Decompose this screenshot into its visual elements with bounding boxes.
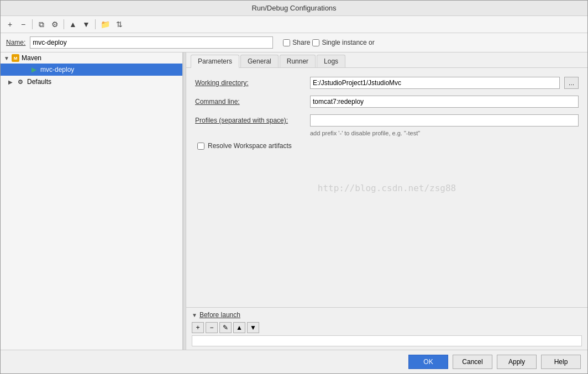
separator-2 (64, 19, 64, 29)
sort-button[interactable]: ⇅ (113, 18, 125, 30)
bl-down-icon: ▼ (250, 324, 256, 331)
single-instance-label: Single instance or (322, 39, 374, 46)
command-line-label: Command line: (195, 98, 306, 106)
sidebar-item-mvc-deploy[interactable]: ▶ mvc-deploy (1, 64, 182, 76)
copy-button[interactable]: ⧉ (35, 18, 48, 30)
bl-remove-icon: − (209, 324, 213, 331)
share-label: Share (292, 39, 310, 46)
config-icon: ⚙ (51, 20, 59, 29)
maven-icon: M (12, 54, 19, 62)
move-down-button[interactable]: ▼ (80, 18, 92, 30)
share-area: Share Single instance or (283, 39, 374, 46)
tab-logs[interactable]: Logs (317, 55, 345, 67)
name-row: Name: Share Single instance or (1, 33, 587, 52)
tab-content-parameters: Working directory: … Command line: (186, 68, 587, 307)
down-icon: ▼ (82, 20, 90, 29)
profiles-hint: add prefix '-' to disable profile, e.g. … (310, 130, 579, 136)
mvc-deploy-label: mvc-deploy (40, 66, 74, 73)
name-input[interactable] (30, 36, 273, 49)
before-launch-toolbar: + − ✎ ▲ ▼ (192, 322, 582, 333)
help-button[interactable]: Help (541, 355, 581, 369)
maven-label: Maven (22, 54, 41, 62)
run-icon: ▶ (29, 65, 38, 74)
resolve-row: Resolve Workspace artifacts (195, 142, 579, 150)
bl-down-button[interactable]: ▼ (247, 322, 259, 333)
window-title: Run/Debug Configurations (251, 4, 336, 12)
name-label: Name: (6, 39, 25, 46)
defaults-icon: ⚙ (16, 77, 25, 86)
separator-1 (32, 19, 33, 29)
bottom-bar: OK Cancel Apply Help (1, 350, 587, 373)
bl-up-button[interactable]: ▲ (233, 322, 245, 333)
content-area: ▼ M Maven ▶ mvc-deploy ▶ ⚙ Defaults Para (1, 52, 587, 350)
add-button[interactable]: + (4, 18, 16, 30)
before-launch-list (192, 335, 582, 346)
before-launch-label: Before launch (200, 311, 240, 319)
folder-button[interactable]: 📁 (98, 18, 112, 30)
title-bar: Run/Debug Configurations (1, 1, 587, 16)
defaults-label: Defaults (27, 78, 51, 86)
resolve-checkbox[interactable] (197, 143, 204, 150)
folder-icon: 📁 (101, 20, 110, 29)
bl-edit-button[interactable]: ✎ (219, 322, 232, 333)
remove-icon: − (21, 20, 25, 29)
sidebar: ▼ M Maven ▶ mvc-deploy ▶ ⚙ Defaults (1, 52, 183, 350)
command-line-row: Command line: (195, 96, 579, 108)
working-directory-input[interactable] (310, 77, 560, 89)
share-checkbox[interactable] (283, 39, 290, 46)
add-icon: + (8, 20, 12, 29)
bl-remove-button[interactable]: − (206, 322, 218, 333)
profiles-label: Profiles (separated with space): (195, 117, 306, 124)
expand-arrow-defaults: ▶ (8, 79, 16, 85)
tab-runner[interactable]: Runner (280, 55, 316, 67)
working-directory-row: Working directory: … (195, 77, 579, 89)
main-panel: Parameters General Runner Logs Working d… (186, 52, 587, 350)
tab-parameters[interactable]: Parameters (191, 55, 239, 68)
sort-icon: ⇅ (116, 20, 123, 29)
config-button[interactable]: ⚙ (49, 18, 61, 30)
bl-edit-icon: ✎ (223, 324, 228, 331)
before-launch-arrow: ▼ (192, 312, 197, 318)
before-launch-section: ▼ Before launch + − ✎ ▲ (186, 307, 587, 350)
bl-add-button[interactable]: + (192, 322, 204, 333)
tab-general[interactable]: General (240, 55, 279, 67)
before-launch-header: ▼ Before launch (192, 311, 582, 319)
separator-3 (95, 19, 96, 29)
tabs-bar: Parameters General Runner Logs (186, 52, 587, 68)
watermark: http://blog.csdn.net/zsg88 (195, 183, 579, 193)
browse-icon: … (569, 80, 575, 86)
apply-button[interactable]: Apply (497, 355, 537, 369)
cancel-button[interactable]: Cancel (453, 355, 492, 369)
bl-add-icon: + (196, 324, 200, 331)
toolbar: + − ⧉ ⚙ ▲ ▼ 📁 ⇅ (1, 16, 587, 33)
sidebar-item-defaults[interactable]: ▶ ⚙ Defaults (1, 76, 182, 88)
copy-icon: ⧉ (39, 20, 44, 29)
up-icon: ▲ (69, 20, 77, 29)
profiles-row: Profiles (separated with space): (195, 114, 579, 127)
expand-arrow-maven: ▼ (4, 55, 12, 61)
working-directory-browse-button[interactable]: … (564, 77, 579, 89)
bl-up-icon: ▲ (236, 324, 243, 331)
single-instance-checkbox[interactable] (312, 39, 319, 46)
working-directory-label: Working directory: (195, 79, 306, 87)
command-line-input[interactable] (310, 96, 579, 108)
remove-button[interactable]: − (17, 18, 29, 30)
profiles-input[interactable] (310, 114, 579, 127)
resolve-label: Resolve Workspace artifacts (208, 142, 292, 150)
sidebar-item-maven[interactable]: ▼ M Maven (1, 52, 182, 64)
main-window: Run/Debug Configurations + − ⧉ ⚙ ▲ ▼ 📁 ⇅ (0, 0, 588, 374)
ok-button[interactable]: OK (408, 355, 448, 369)
move-up-button[interactable]: ▲ (67, 18, 79, 30)
